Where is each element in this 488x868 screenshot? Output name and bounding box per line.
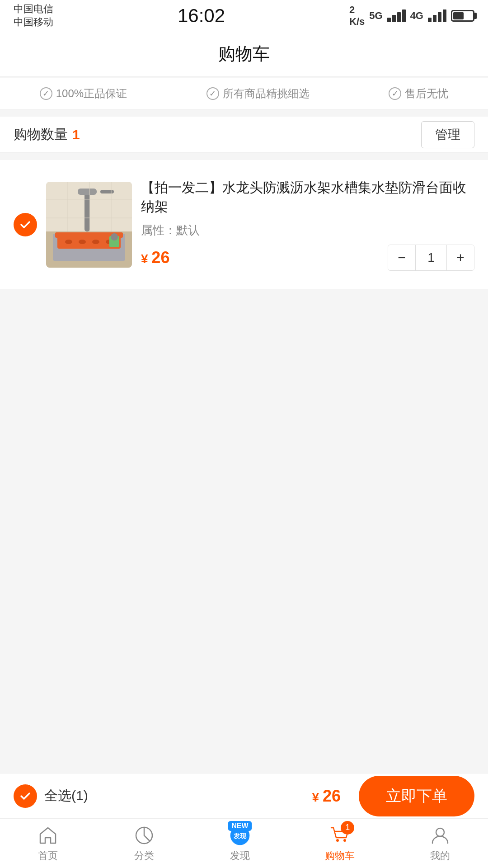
checkout-button[interactable]: 立即下单 <box>359 776 474 816</box>
trust-label-3: 售后无忧 <box>405 86 448 101</box>
trust-label-1: 100%正品保证 <box>56 86 127 101</box>
item-price: 26 <box>141 248 169 267</box>
network-4g: 4G <box>410 10 423 22</box>
svg-rect-11 <box>100 190 114 193</box>
trust-bar: ✓ 100%正品保证 ✓ 所有商品精挑细选 ✓ 售后无忧 <box>0 78 488 109</box>
quantity-decrease-button[interactable]: − <box>388 245 415 270</box>
quantity-increase-button[interactable]: + <box>447 245 474 270</box>
tab-category-label: 分类 <box>134 849 154 863</box>
select-all-checkmark-icon <box>19 789 32 803</box>
network-5g: 5G <box>369 10 382 22</box>
discover-icon: NEW 发现 <box>229 825 251 846</box>
svg-point-6 <box>79 240 86 244</box>
attr-value: 默认 <box>176 223 200 237</box>
cart-count-number: 1 <box>72 127 80 142</box>
item-checkbox[interactable] <box>14 213 37 236</box>
battery-icon <box>451 10 474 22</box>
svg-rect-10 <box>78 189 97 195</box>
trust-item-1: ✓ 100%正品保证 <box>40 86 127 101</box>
tab-discover[interactable]: NEW 发现 发现 <box>229 825 251 863</box>
cart-badge: 1 <box>341 821 354 835</box>
network-label: 2K/s <box>349 4 365 28</box>
svg-point-24 <box>436 828 444 836</box>
new-badge: NEW <box>228 821 252 831</box>
carrier2: 中国移动 <box>14 16 53 29</box>
cart-count-bar: 购物数量 1 管理 <box>0 117 488 153</box>
item-attribute: 属性：默认 <box>141 222 474 238</box>
home-icon <box>37 825 59 846</box>
svg-point-13 <box>111 233 118 241</box>
checkout-total-price: ¥ 26 <box>97 787 350 806</box>
cart-items-list: 【拍一发二】水龙头防溅沥水架水槽集水垫防滑台面收纳架 属性：默认 26 − 1 … <box>0 160 488 289</box>
status-bar: 中国电信 中国移动 16:02 2K/s 5G 4G <box>0 0 488 32</box>
carrier-info: 中国电信 中国移动 <box>14 3 53 28</box>
trust-label-2: 所有商品精挑细选 <box>223 86 310 101</box>
trust-check-icon-1: ✓ <box>40 87 52 100</box>
trust-item-3: ✓ 售后无忧 <box>389 86 448 101</box>
carrier1: 中国电信 <box>14 3 53 16</box>
cart-item: 【拍一发二】水龙头防溅沥水架水槽集水垫防滑台面收纳架 属性：默认 26 − 1 … <box>0 169 488 280</box>
cart-count-text: 购物数量 <box>14 125 68 144</box>
item-image <box>46 182 132 268</box>
category-icon <box>133 825 155 846</box>
status-icons: 2K/s 5G 4G <box>349 4 474 28</box>
svg-rect-9 <box>84 191 90 231</box>
total-price-value: 26 <box>323 787 341 805</box>
svg-point-23 <box>343 839 346 842</box>
trust-item-2: ✓ 所有商品精挑细选 <box>206 86 310 101</box>
trust-check-icon-3: ✓ <box>389 87 401 100</box>
tab-bar: 首页 分类 NEW 发现 发现 <box>0 818 488 868</box>
cart-icon: 1 <box>329 825 351 846</box>
tab-me-label: 我的 <box>430 849 450 863</box>
trust-check-icon-2: ✓ <box>206 87 219 100</box>
page-header: 购物车 <box>0 32 488 77</box>
svg-point-22 <box>336 839 339 842</box>
tab-home-label: 首页 <box>38 849 58 863</box>
product-image-svg <box>46 182 132 268</box>
checkmark-icon <box>19 218 32 231</box>
svg-point-7 <box>92 240 99 244</box>
status-time: 16:02 <box>178 6 225 25</box>
checkout-row: 全选(1) ¥ 26 立即下单 <box>0 773 488 818</box>
cart-count-label: 购物数量 1 <box>14 125 80 144</box>
item-info: 【拍一发二】水龙头防溅沥水架水槽集水垫防滑台面收纳架 属性：默认 26 − 1 … <box>141 178 474 271</box>
select-all-checkbox[interactable] <box>14 784 37 808</box>
page-title: 购物车 <box>218 42 270 66</box>
tab-me[interactable]: 我的 <box>429 825 451 863</box>
me-icon <box>429 825 451 846</box>
tab-home[interactable]: 首页 <box>37 825 59 863</box>
item-bottom-row: 26 − 1 + <box>141 245 474 271</box>
quantity-value: 1 <box>415 245 447 270</box>
svg-point-5 <box>65 240 72 244</box>
select-all-label: 全选(1) <box>44 787 88 805</box>
tab-discover-label: 发现 <box>230 849 250 863</box>
tab-category[interactable]: 分类 <box>133 825 155 863</box>
attr-label: 属性： <box>141 223 176 237</box>
tab-cart-label: 购物车 <box>325 849 355 863</box>
empty-content-area <box>0 289 488 696</box>
signal-bars-4g <box>428 9 446 22</box>
quantity-control: − 1 + <box>388 245 474 271</box>
tab-cart[interactable]: 1 购物车 <box>325 825 355 863</box>
item-name: 【拍一发二】水龙头防溅沥水架水槽集水垫防滑台面收纳架 <box>141 178 474 216</box>
manage-button[interactable]: 管理 <box>421 121 474 148</box>
svg-text:发现: 发现 <box>233 832 247 840</box>
select-all[interactable]: 全选(1) <box>14 784 88 808</box>
signal-bars-5g <box>387 9 406 22</box>
bottom-bar: 全选(1) ¥ 26 立即下单 首页 分类 <box>0 773 488 868</box>
